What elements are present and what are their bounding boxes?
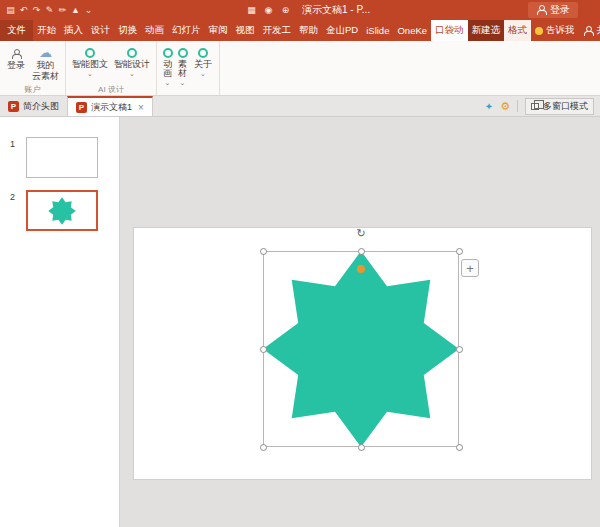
group-label-tools [160,87,216,95]
selection-handle-ne[interactable] [456,248,463,255]
ribbon-tab-transitions[interactable]: 切换 [114,20,141,41]
close-tab-icon[interactable]: × [138,102,144,113]
selection-handle-sw[interactable] [260,444,267,451]
ribbon-tab-islide[interactable]: iSlide [362,20,393,41]
slide-1-preview[interactable] [26,137,98,178]
selection-handle-w[interactable] [260,346,267,353]
assets-button[interactable]: 素材 ⌄ [175,45,190,87]
save-icon[interactable]: ▤ [4,5,17,15]
ribbon-tab-review[interactable]: 审阅 [205,20,232,41]
about-icon [198,48,208,58]
ribbon-tab-view[interactable]: 视图 [232,20,259,41]
animation-icon [163,48,173,58]
smart-design-button[interactable]: 智能设计 ⌄ [111,45,153,78]
document-tab-presentation1-label: 演示文稿1 [91,101,132,114]
ribbon-tab-pocket-animation[interactable]: 口袋动 [431,20,468,41]
smart-graphics-icon [85,48,95,58]
ribbon-tab-onekey[interactable]: OneKe [393,20,431,41]
login-button[interactable]: 登录 [3,45,29,71]
multi-window-label: 多窗口模式 [543,100,588,113]
rotate-handle-icon[interactable]: ↻ [354,227,368,239]
document-tab-intro[interactable]: P 简介头图 [0,96,67,116]
slide-2-preview[interactable] [26,190,98,231]
record-icon[interactable]: ◉ [262,5,275,15]
login-person-icon [11,49,21,59]
my-cloud-assets-label-line2: 云素材 [32,72,59,81]
multi-window-mode-button[interactable]: 多窗口模式 [525,98,594,115]
marker-icon[interactable]: ▲ [69,5,82,15]
ribbon-tab-developer[interactable]: 开发工 [259,20,296,41]
dropdown-caret-icon: ⌄ [180,80,186,86]
ribbon-tab-file[interactable]: 文件 [0,20,33,41]
multi-window-icon [531,103,539,110]
about-button[interactable]: 关于 ⌄ [190,45,216,78]
ribbon-tab-help[interactable]: 帮助 [295,20,322,41]
ribbon-group-tools: 动画 ⌄ 素材 ⌄ 关于 ⌄ [157,41,220,95]
ribbon-content: 登录 ☁ 我的 云素材 账户 智能图文 ⌄ 智能设计 [0,41,600,96]
assets-icon [178,48,188,58]
share-button[interactable]: 共享 [579,20,600,41]
undo-icon[interactable]: ↶ [17,5,30,15]
ribbon-tab-format[interactable]: 格式 [504,20,531,41]
document-tab-bar: P 简介头图 P 演示文稿1 × ✦ ⚙ 多窗口模式 [0,96,600,117]
share-label: 共享 [597,24,600,37]
redo-icon[interactable]: ↷ [30,5,43,15]
selection-handle-nw[interactable] [260,248,267,255]
ribbon-tab-design[interactable]: 设计 [87,20,114,41]
my-cloud-assets-button[interactable]: ☁ 我的 云素材 [29,45,62,82]
document-tab-intro-label: 简介头图 [23,100,59,113]
workspace: 1 2 [0,117,600,527]
selection-handle-s[interactable] [358,444,365,451]
editing-canvas[interactable]: ↻ + [120,117,600,527]
animation-button[interactable]: 动画 ⌄ [160,45,175,87]
titlebar-login-button[interactable]: 登录 [528,2,578,18]
shape-adjust-handle[interactable] [357,265,365,273]
tell-me-label: 告诉我 [546,24,575,37]
slide-editing-area[interactable]: ↻ + [133,227,592,480]
powerpoint-window: ▤ ↶ ↷ ✎ ✏ ▲ ⌄ ▦ ◉ ⊕ 演示文稿1 - P... 登录 文件 开… [0,0,600,527]
slide-number: 1 [10,137,20,178]
selection-handle-se[interactable] [456,444,463,451]
selection-handle-n[interactable] [358,248,365,255]
titlebar-center-icons: ▦ ◉ ⊕ [245,5,292,15]
ribbon-tab-bar: 文件 开始 插入 设计 切换 动画 幻灯片 审阅 视图 开发工 帮助 金山PD … [0,20,600,41]
pen-icon[interactable]: ✏ [56,5,69,15]
quick-add-button[interactable]: + [461,259,479,277]
slide-thumbnail-1[interactable]: 1 [10,137,111,178]
ribbon-tab-home[interactable]: 开始 [33,20,60,41]
dropdown-caret-icon: ⌄ [165,80,171,86]
slide-thumbnail-2[interactable]: 2 [10,190,111,231]
ribbon-group-account: 登录 ☁ 我的 云素材 账户 [0,41,66,95]
smart-design-icon [127,48,137,58]
share-person-icon [583,26,593,36]
document-tab-presentation1[interactable]: P 演示文稿1 × [67,96,153,116]
my-cloud-assets-label-line1: 我的 [37,61,55,70]
ribbon-tab-slideshow[interactable]: 幻灯片 [168,20,205,41]
group-label-account: 账户 [3,84,62,95]
assets-label: 素材 [178,60,187,78]
smart-graphics-button[interactable]: 智能图文 ⌄ [69,45,111,78]
new-icon[interactable]: ⊕ [279,5,292,15]
smart-graphics-label: 智能图文 [72,60,108,69]
ribbon-tab-jinshan-pdf[interactable]: 金山PD [322,20,362,41]
grid-view-icon[interactable]: ▦ [245,5,258,15]
slide-thumbnail-panel: 1 2 [0,117,120,527]
star-shape [48,197,75,224]
quick-access-more-icon[interactable]: ⌄ [82,5,95,15]
ribbon-tab-new-tab[interactable]: 新建选 [468,20,505,41]
settings-gear-icon[interactable]: ⚙ [500,100,510,113]
ppt-file-icon: P [8,101,19,112]
ribbon-tab-insert[interactable]: 插入 [60,20,87,41]
ribbon-group-ai-design: 智能图文 ⌄ 智能设计 ⌄ AI 设计 [66,41,157,95]
ribbon-tab-animations[interactable]: 动画 [141,20,168,41]
ppt-file-icon: P [76,102,87,113]
format-painter-icon[interactable]: ✎ [43,5,56,15]
repair-sparkle-icon[interactable]: ✦ [485,101,493,112]
selection-handle-e[interactable] [456,346,463,353]
about-label: 关于 [194,60,212,69]
smart-design-label: 智能设计 [114,60,150,69]
titlebar-login-label: 登录 [550,3,570,17]
dropdown-caret-icon: ⌄ [129,71,135,77]
selection-bounding-box [263,251,459,447]
tell-me-box[interactable]: 告诉我 [531,20,579,41]
